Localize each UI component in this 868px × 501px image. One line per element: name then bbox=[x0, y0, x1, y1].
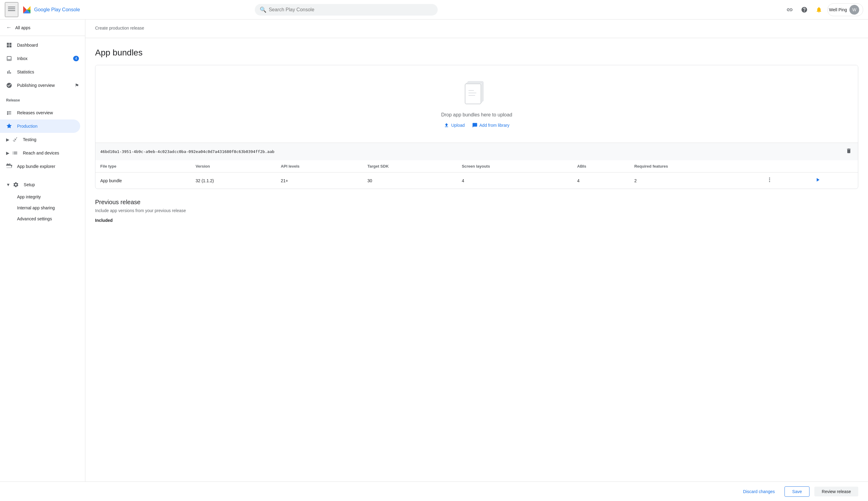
user-chip[interactable]: Well Ping W bbox=[827, 3, 863, 16]
sidebar-item-label: Statistics bbox=[17, 70, 79, 74]
user-name: Well Ping bbox=[829, 7, 847, 12]
svg-rect-5 bbox=[465, 84, 481, 104]
save-button[interactable]: Save bbox=[784, 486, 810, 497]
release-section: Releases overview Production ▶ Testing bbox=[0, 104, 85, 175]
setup-section: ▼ Setup App integrity Internal app shari… bbox=[0, 175, 85, 227]
add-from-library-button[interactable]: Add from library bbox=[472, 122, 510, 128]
sidebar-item-reach-devices[interactable]: ▶ Reach and devices bbox=[0, 146, 85, 160]
sidebar-item-dashboard[interactable]: Dashboard bbox=[0, 39, 85, 52]
sidebar-sub-item-advanced-settings[interactable]: Advanced settings bbox=[0, 213, 85, 224]
upload-button[interactable]: Upload bbox=[444, 122, 464, 128]
all-apps-label: All apps bbox=[15, 25, 31, 30]
sidebar-item-publishing[interactable]: Publishing overview ⚑ bbox=[0, 78, 85, 92]
section-title: App bundles bbox=[95, 48, 858, 57]
sidebar-item-label: Reach and devices bbox=[23, 151, 79, 156]
back-arrow-icon: ← bbox=[6, 24, 12, 31]
previous-release-status: Included bbox=[95, 218, 858, 223]
col-header-target-sdk: Target SDK bbox=[362, 160, 457, 172]
production-icon bbox=[6, 123, 12, 129]
cell-file-type: App bundle bbox=[95, 172, 191, 189]
sidebar-item-statistics[interactable]: Statistics bbox=[0, 65, 85, 78]
review-release-button[interactable]: Review release bbox=[814, 487, 858, 497]
sidebar-item-app-bundle-explorer[interactable]: App bundle explorer bbox=[0, 160, 85, 173]
main-content: App bundles Drop app bundles here to upl… bbox=[85, 38, 868, 481]
col-header-abis: ABIs bbox=[572, 160, 629, 172]
search-icon: 🔍 bbox=[260, 7, 266, 13]
main-content-area: Create production release App bundles Dr… bbox=[85, 20, 868, 481]
sidebar-item-label: App bundle explorer bbox=[17, 164, 79, 169]
topbar: Google Play Console 🔍 Well Ping bbox=[0, 0, 868, 20]
sidebar: ← All apps Dashboard Inbox 4 bbox=[0, 20, 85, 481]
inbox-icon bbox=[6, 55, 12, 62]
col-header-api-levels: API levels bbox=[276, 160, 362, 172]
sidebar-item-label: Publishing overview bbox=[17, 83, 70, 88]
cell-version: 32 (1.1.2) bbox=[191, 172, 276, 189]
delete-file-button[interactable] bbox=[845, 147, 853, 157]
sub-item-label: Advanced settings bbox=[17, 216, 52, 221]
release-section-label: Release bbox=[0, 95, 85, 104]
sidebar-sub-item-app-integrity[interactable]: App integrity bbox=[0, 191, 85, 202]
sidebar-item-testing[interactable]: ▶ Testing bbox=[0, 133, 85, 146]
search-input[interactable] bbox=[269, 7, 433, 12]
sidebar-item-label: Dashboard bbox=[17, 43, 79, 47]
sidebar-item-label: Releases overview bbox=[17, 110, 79, 115]
file-name: 46bd10a1-3951-4b9c-a9eb-4c023adcc0ba-092… bbox=[100, 149, 841, 154]
testing-icon bbox=[12, 137, 18, 142]
previous-release-section: Previous release Include app versions fr… bbox=[95, 199, 858, 223]
page-subtitle: Create production release bbox=[95, 25, 858, 31]
publishing-icon bbox=[6, 82, 12, 88]
expand-reach-icon: ▶ bbox=[6, 151, 9, 156]
cell-required-features: 2 bbox=[629, 172, 762, 189]
col-header-version: Version bbox=[191, 160, 276, 172]
sidebar-item-label: Setup bbox=[24, 182, 79, 187]
sidebar-item-releases-overview[interactable]: Releases overview bbox=[0, 106, 85, 119]
main-header: Create production release bbox=[85, 20, 868, 38]
inbox-badge: 4 bbox=[73, 56, 79, 61]
row-more-options-button[interactable] bbox=[767, 178, 773, 184]
sidebar-item-production[interactable]: Production bbox=[0, 119, 80, 133]
reach-devices-icon bbox=[12, 150, 18, 156]
col-header-screen-layouts: Screen layouts bbox=[457, 160, 572, 172]
statistics-icon bbox=[6, 69, 12, 75]
all-apps-button[interactable]: ← All apps bbox=[0, 20, 85, 36]
previous-release-title: Previous release bbox=[95, 199, 858, 206]
drop-zone-actions: Upload Add from library bbox=[444, 122, 509, 128]
setup-icon bbox=[13, 182, 19, 188]
file-row: 46bd10a1-3951-4b9c-a9eb-4c023adcc0ba-092… bbox=[95, 142, 858, 160]
layout: ← All apps Dashboard Inbox 4 bbox=[0, 20, 868, 481]
avatar: W bbox=[849, 5, 859, 15]
svg-point-6 bbox=[769, 178, 770, 179]
drop-zone[interactable]: Drop app bundles here to upload Upload bbox=[95, 65, 858, 142]
expand-setup-icon: ▼ bbox=[6, 182, 10, 187]
sidebar-item-label: Inbox bbox=[17, 56, 68, 61]
cell-abis: 4 bbox=[572, 172, 629, 189]
topbar-right: Well Ping W bbox=[784, 3, 863, 16]
svg-rect-1 bbox=[8, 9, 15, 9]
link-button[interactable] bbox=[784, 4, 796, 16]
col-header-file-type: File type bbox=[95, 160, 191, 172]
cell-api-levels: 21+ bbox=[276, 172, 362, 189]
search-bar: 🔍 bbox=[255, 4, 438, 15]
menu-icon[interactable] bbox=[5, 2, 18, 17]
nav-section: Dashboard Inbox 4 Statistics bbox=[0, 36, 85, 95]
publishing-flag-icon: ⚑ bbox=[75, 83, 79, 88]
row-navigate-button[interactable] bbox=[815, 178, 821, 184]
help-button[interactable] bbox=[798, 4, 811, 16]
expand-testing-icon: ▶ bbox=[6, 137, 9, 142]
table-row: App bundle 32 (1.1.2) 21+ 30 4 4 2 bbox=[95, 172, 858, 189]
sidebar-item-inbox[interactable]: Inbox 4 bbox=[0, 52, 85, 65]
sidebar-sub-item-internal-sharing[interactable]: Internal app sharing bbox=[0, 202, 85, 213]
svg-point-8 bbox=[769, 181, 770, 182]
logo[interactable]: Google Play Console bbox=[22, 5, 80, 15]
svg-rect-2 bbox=[8, 10, 15, 11]
sub-item-label: App integrity bbox=[17, 194, 41, 199]
sidebar-item-setup[interactable]: ▼ Setup bbox=[0, 178, 85, 191]
cell-target-sdk: 30 bbox=[362, 172, 457, 189]
cell-screen-layouts: 4 bbox=[457, 172, 572, 189]
sidebar-item-label: Testing bbox=[23, 137, 79, 142]
sub-item-label: Internal app sharing bbox=[17, 205, 55, 210]
notification-button[interactable] bbox=[813, 4, 825, 16]
svg-point-7 bbox=[769, 179, 770, 180]
app-bundle-icon bbox=[6, 163, 12, 169]
discard-changes-button[interactable]: Discard changes bbox=[738, 487, 780, 497]
